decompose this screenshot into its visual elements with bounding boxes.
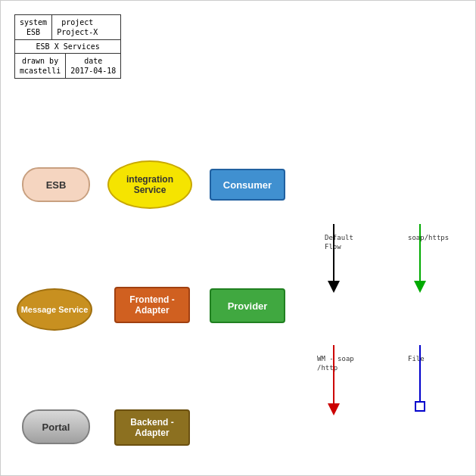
integration-service-node: integration Service xyxy=(107,160,192,209)
title-drawnby-label: drawn by mcastelli xyxy=(15,54,66,78)
title-services-label: ESB X Services xyxy=(15,40,120,53)
message-label: Message Service xyxy=(21,305,89,314)
provider-label: Provider xyxy=(228,300,268,312)
backend-label: Backend -Adapter xyxy=(116,417,188,438)
title-project-label: project Project-X xyxy=(52,15,102,39)
portal-label: Portal xyxy=(42,422,70,433)
arrow4-label: File xyxy=(408,355,425,364)
frontend-adapter-node: Frontend -Adapter xyxy=(114,287,190,323)
esb-node: ESB xyxy=(22,167,90,202)
arrow3-label: WM - soap /http xyxy=(317,355,354,372)
title-date-label: date 2017-04-18 xyxy=(66,54,120,78)
title-system-label: system ESB xyxy=(15,15,52,39)
arrow2-label: soap/https xyxy=(408,234,449,243)
message-service-node: Message Service xyxy=(17,288,92,331)
frontend-label: Frontend -Adapter xyxy=(116,294,188,316)
title-block: system ESB project Project-X ESB X Servi… xyxy=(14,14,121,79)
arrow1-label: Default Flow xyxy=(325,234,353,251)
esb-label: ESB xyxy=(46,179,67,191)
file-arrow-square xyxy=(415,402,425,411)
backend-adapter-node: Backend -Adapter xyxy=(114,409,190,446)
integration-label: integration Service xyxy=(109,174,191,195)
provider-node: Provider xyxy=(210,288,285,323)
consumer-node: Consumer xyxy=(210,169,285,201)
consumer-label: Consumer xyxy=(223,179,272,191)
portal-node: Portal xyxy=(22,409,90,444)
canvas: system ESB project Project-X ESB X Servi… xyxy=(0,0,476,476)
